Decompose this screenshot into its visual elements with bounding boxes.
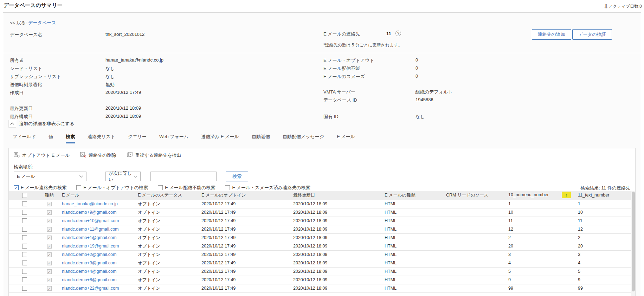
- text-number-cell: 10: [574, 208, 631, 217]
- column-header-label: 10_numeric_number: [508, 192, 549, 197]
- filter-checkbox[interactable]: [76, 185, 81, 190]
- filter-checkbox[interactable]: [14, 185, 19, 190]
- column-header-select[interactable]: [9, 191, 40, 200]
- email-status-cell: オプトイン: [134, 217, 198, 225]
- tab-自動返信[interactable]: 自動返信: [252, 134, 270, 143]
- email-link[interactable]: niandc.demo+2@gmail.com: [62, 252, 116, 257]
- sort-ascending-indicator[interactable]: ↑: [562, 192, 571, 198]
- filter-checkbox[interactable]: [158, 185, 163, 190]
- toolbar-action[interactable]: オプトアウト E メール: [14, 152, 70, 159]
- search-field-select[interactable]: E メール: [14, 172, 86, 181]
- row-select-checkbox[interactable]: [22, 218, 27, 223]
- column-header-label: 11_text_number: [578, 193, 609, 198]
- email-link[interactable]: niandc.demo+1@gmail.com: [62, 235, 116, 240]
- row-select-checkbox[interactable]: [22, 201, 27, 206]
- toolbar-action[interactable]: 重複する連絡先を検出: [127, 152, 181, 159]
- back-to-databases-link[interactable]: データベース: [28, 20, 56, 25]
- numeric-number-cell: 20: [505, 242, 574, 250]
- column-header-E メールの種類[interactable]: E メールの種類: [381, 191, 443, 200]
- email-link[interactable]: niandc.demo+10@gmail.com: [62, 218, 119, 223]
- numeric-number-cell: 5: [505, 267, 574, 276]
- column-header-label: E メールのオプトイン: [201, 193, 246, 198]
- filter-checkbox[interactable]: [225, 185, 230, 190]
- row-select-checkbox[interactable]: [22, 227, 27, 232]
- email-optin-cell: 2020/10/12 17:49: [198, 284, 290, 292]
- help-icon[interactable]: ?: [395, 31, 401, 36]
- search-term-input[interactable]: [150, 172, 217, 181]
- column-header-E メール[interactable]: E メール: [58, 191, 134, 200]
- search-filter[interactable]: E メール・オプトアウトの検索: [76, 185, 148, 191]
- email-link[interactable]: hanae_tanaka@niandc.co.jp: [62, 201, 118, 206]
- search-filter[interactable]: E メール連絡先の検索: [14, 185, 66, 191]
- validate-data-button[interactable]: データの検証: [572, 29, 612, 40]
- tab-E メール[interactable]: E メール: [337, 134, 355, 143]
- email-link[interactable]: niandc.demo+19@gmail.com: [62, 244, 119, 249]
- chevron-down-icon: [134, 174, 137, 179]
- type-cell: [40, 217, 58, 225]
- chevron-down-icon: [79, 174, 83, 179]
- tab-自動配信メッセージ[interactable]: 自動配信メッセージ: [283, 134, 324, 143]
- column-header-E メールのステータス[interactable]: E メールのステータス: [134, 191, 198, 200]
- email-link[interactable]: niandc.demo+9@gmail.com: [62, 210, 116, 215]
- tab-フィールド[interactable]: フィールド: [13, 134, 36, 143]
- numeric-number-cell: 12: [505, 225, 574, 233]
- last-updated-cell: 2020/10/12 18:09: [290, 225, 381, 233]
- email-type-cell: HTML: [381, 267, 443, 276]
- email-link[interactable]: niandc.demo+8@gmail.com: [62, 277, 116, 282]
- row-select-checkbox[interactable]: [22, 260, 27, 265]
- search-button[interactable]: 検索: [226, 172, 248, 181]
- tab-検索[interactable]: 検索: [66, 134, 75, 143]
- email-link[interactable]: niandc.demo+22@gmail.com: [62, 286, 119, 291]
- type-cell: [40, 225, 58, 233]
- tab-値[interactable]: 値: [49, 134, 53, 143]
- scrollbar-thumb[interactable]: [632, 192, 635, 291]
- text-number-cell: 12: [574, 225, 631, 233]
- row-select-checkbox[interactable]: [22, 244, 27, 249]
- select-cell: [9, 217, 40, 225]
- column-header-label: 最終更新日: [293, 193, 315, 198]
- row-select-checkbox[interactable]: [22, 277, 27, 282]
- add-contacts-button[interactable]: 連絡先の追加: [532, 29, 571, 40]
- row-select-checkbox[interactable]: [22, 210, 27, 215]
- select-cell: [9, 284, 40, 292]
- type-cell: [40, 208, 58, 217]
- tab-送信済み E メール[interactable]: 送信済み E メール: [201, 134, 239, 143]
- search-filter[interactable]: E メール・スヌーズ済み連絡先の検索: [225, 185, 310, 191]
- hide-additional-details-toggle[interactable]: 追加の詳細を非表示にする: [8, 120, 75, 128]
- tab-クエリー[interactable]: クエリー: [128, 134, 147, 143]
- email-link[interactable]: niandc.demo+11@gmail.com: [62, 227, 119, 232]
- row-select-checkbox[interactable]: [22, 269, 27, 274]
- detail-value: 0: [416, 57, 418, 63]
- column-header-label: E メールの種類: [385, 193, 416, 198]
- filter-label: E メール連絡先の検索: [21, 185, 66, 191]
- email-type-cell: HTML: [381, 225, 443, 233]
- chevron-up-icon: [8, 120, 16, 128]
- table-row: niandc.demo+19@gmail.comオプトイン2020/10/12 …: [9, 242, 631, 250]
- column-header-10_numeric_number[interactable]: 10_numeric_number↑: [505, 191, 574, 200]
- select-all-checkbox[interactable]: [22, 193, 27, 198]
- text-number-cell: 9: [574, 276, 631, 284]
- search-filter[interactable]: E メール配信不能の検索: [158, 185, 215, 191]
- toolbar-action[interactable]: 連絡先の削除: [80, 152, 116, 159]
- column-header-CRM リードのソース[interactable]: CRM リードのソース: [443, 191, 505, 200]
- email-link[interactable]: niandc.demo+4@gmail.com: [62, 269, 116, 274]
- search-operator-select[interactable]: が次に等しい: [105, 172, 141, 181]
- search-field-select-value: E メール: [17, 173, 35, 180]
- email-link[interactable]: niandc.demo+3@gmail.com: [62, 260, 116, 265]
- column-header-最終更新日[interactable]: 最終更新日: [290, 191, 381, 200]
- row-select-checkbox[interactable]: [22, 235, 27, 240]
- column-header-種類[interactable]: 種類: [40, 191, 58, 200]
- optout-email-icon: [14, 152, 20, 159]
- column-header-11_text_number[interactable]: 11_text_number: [574, 191, 631, 200]
- numeric-number-cell: 4: [505, 259, 574, 267]
- email-status-cell: オプトイン: [134, 276, 198, 284]
- vertical-scrollbar[interactable]: [631, 191, 635, 296]
- toolbar-action-label: 連絡先の削除: [89, 152, 116, 159]
- row-select-checkbox[interactable]: [22, 286, 27, 291]
- select-cell: [9, 200, 40, 208]
- column-header-E メールのオプトイン[interactable]: E メールのオプトイン: [198, 191, 290, 200]
- text-number-cell: 99: [574, 284, 631, 292]
- tab-連絡先リスト[interactable]: 連絡先リスト: [88, 134, 115, 143]
- row-select-checkbox[interactable]: [22, 252, 27, 257]
- tab-Web フォーム[interactable]: Web フォーム: [159, 134, 188, 143]
